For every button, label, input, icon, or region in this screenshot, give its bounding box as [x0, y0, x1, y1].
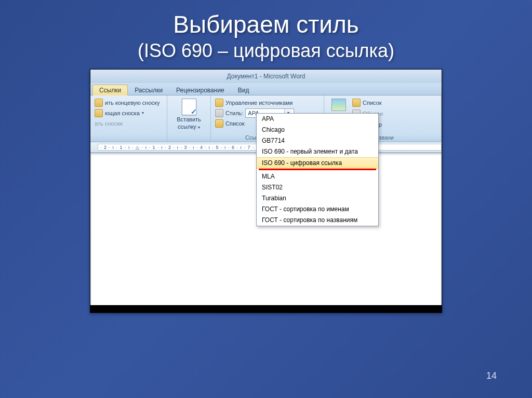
manage-sources-label: Управление источниками — [225, 100, 292, 106]
style-label: Стиль: — [225, 110, 243, 116]
tab-view[interactable]: Вид — [231, 85, 256, 95]
style-option[interactable]: ГОСТ - сортировка по названиям — [257, 215, 378, 226]
table-of-figures-button[interactable]: Список — [352, 98, 383, 108]
highlight-underline — [259, 169, 376, 170]
slide-title-block: Выбираем стиль (ISO 690 – цифровая ссылк… — [0, 0, 532, 62]
slide-page-number: 14 — [486, 370, 497, 381]
group-footnotes-label — [95, 133, 163, 141]
style-dropdown[interactable]: APAChicagoGB7714ISO 690 - первый элемент… — [256, 113, 379, 226]
tab-mailings[interactable]: Рассылки — [128, 85, 169, 95]
insert-citation-button[interactable]: Вставить ссылку ▾ — [171, 98, 206, 131]
style-option[interactable]: Turabian — [257, 193, 378, 204]
table-of-figures-label: Список — [363, 100, 382, 106]
insert-endnote-button[interactable]: ить концевую сноску — [95, 98, 163, 108]
style-option[interactable]: Chicago — [257, 125, 378, 135]
style-option[interactable]: ISO 690 - первый элемент и дата — [257, 146, 378, 157]
word-titlebar: Документ1 - Microsoft Word — [90, 70, 442, 83]
chevron-down-icon: ▾ — [142, 111, 144, 115]
style-option[interactable]: ISO 690 - цифровая ссылка — [257, 157, 378, 169]
citation-doc-icon — [182, 99, 196, 115]
bottom-strip — [90, 305, 442, 312]
insert-citation-sublabel: ссылку — [178, 123, 196, 130]
slide-subtitle: (ISO 690 – цифровая ссылка) — [0, 40, 532, 62]
manage-sources-icon — [215, 99, 223, 107]
ribbon-group-footnotes: ить концевую сноску ющая сноска ▾ ать сн… — [90, 95, 167, 142]
bibliography-label: Список — [225, 120, 245, 127]
word-screenshot: Документ1 - Microsoft Word Ссылки Рассыл… — [90, 69, 442, 313]
next-footnote-button[interactable]: ющая сноска ▾ — [95, 108, 163, 118]
insert-citation-label: Вставить — [177, 116, 201, 122]
style-option[interactable]: SIST02 — [257, 182, 378, 193]
show-notes-label: ать сноски — [95, 120, 123, 127]
next-footnote-label: ющая сноска — [105, 110, 140, 116]
tab-references[interactable]: Ссылки — [92, 85, 128, 95]
window-title: Документ1 - Microsoft Word — [227, 73, 305, 80]
manage-sources-button[interactable]: Управление источниками — [215, 98, 320, 108]
ribbon-tabs: Ссылки Рассылки Рецензирование Вид — [90, 83, 442, 95]
show-notes-button[interactable]: ать сноски — [95, 118, 163, 129]
word-window: Документ1 - Microsoft Word Ссылки Рассыл… — [90, 70, 442, 313]
style-option[interactable]: ГОСТ - сортировка по именам — [257, 204, 378, 215]
style-option[interactable]: MLA — [257, 171, 378, 182]
style-option[interactable]: APA — [257, 114, 378, 125]
next-footnote-icon — [95, 109, 103, 117]
tab-review[interactable]: Рецензирование — [169, 85, 231, 95]
insert-endnote-label: ить концевую сноску — [105, 100, 159, 106]
list-icon — [352, 99, 361, 107]
chevron-down-icon: ▾ — [198, 125, 200, 130]
style-option[interactable]: GB7714 — [257, 135, 378, 146]
style-icon — [215, 109, 223, 117]
ribbon-group-citation: Вставить ссылку ▾ — [167, 95, 211, 142]
slide-title: Выбираем стиль — [0, 11, 532, 38]
bibliography-icon — [215, 119, 223, 128]
endnote-icon — [95, 99, 103, 107]
picture-icon — [331, 99, 346, 111]
